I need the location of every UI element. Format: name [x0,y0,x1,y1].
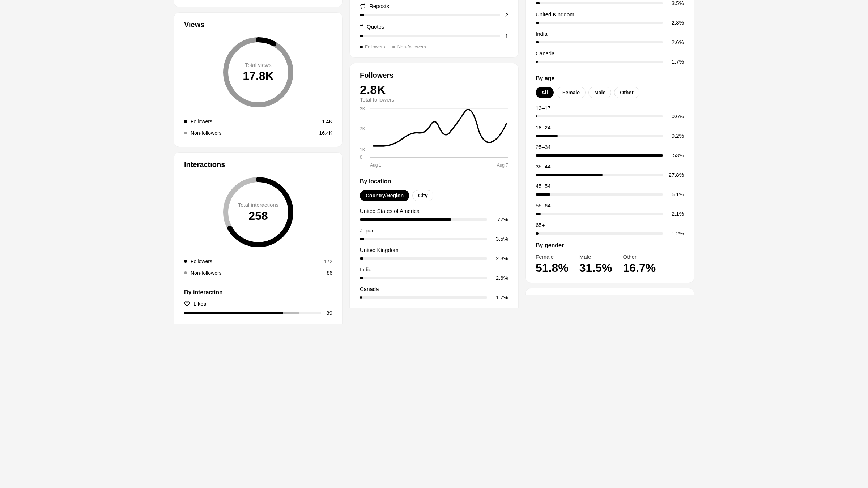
views-followers-value: 1.4K [322,119,332,124]
bar-row: United Kingdom 2.8% [536,11,684,26]
bar-track [536,41,663,43]
bar-track [536,193,663,196]
bar-track [360,218,487,221]
bar-track [536,22,663,24]
followers-total-label: Total followers [360,97,508,103]
bar-track [536,135,663,137]
ytick: 2K [360,127,365,132]
bar-pct: 72% [492,216,508,222]
quotes-value: 1 [505,33,508,39]
ytick: 0 [360,155,362,160]
dot-icon [360,46,363,48]
bar-track [536,154,663,157]
bar-row: 18–24 9.2% [536,124,684,139]
interactions-nonfollowers-row: Non-followers 86 [184,267,332,279]
tab-age-male[interactable]: Male [588,87,611,98]
followers-line-chart: 3K 2K 1K 0 Aug 1 Aug 7 [360,106,508,168]
gender-col: Male 31.5% [579,254,612,275]
bar-row: Japan 3.5% [360,227,508,242]
bar-label: Canada [360,286,508,292]
views-donut: Total views 17.8K [222,36,294,108]
interactions-nonfollowers-value: 86 [327,270,332,276]
bar-track [536,61,663,63]
interactions-card: Interactions Total interactions 258 Foll… [174,152,343,324]
bar-track [536,2,663,4]
quote-icon: ❝ [360,23,363,30]
bar-track [536,174,663,176]
interactions-donut: Total interactions 258 [222,176,294,248]
bar-label: 65+ [536,222,684,228]
tab-age-female[interactable]: Female [557,87,586,98]
views-center-label: Total views [245,62,271,68]
legend-followers: Followers [365,44,385,50]
legend-nonfollowers: Non-followers [397,44,426,50]
views-card: Views Total views 17.8K Followers 1.4K [174,12,343,147]
bar-row: 65+ 1.2% [536,222,684,236]
likes-value: 89 [326,310,332,316]
views-title: Views [184,21,332,29]
bar-pct: 1.2% [668,230,684,236]
bar-track [360,238,487,240]
repost-icon [360,3,366,9]
bar-pct: 2.8% [668,20,684,26]
interactions-followers-label: Followers [191,258,212,264]
bar-label: Japan [360,227,508,234]
xlabel-end: Aug 7 [497,163,508,168]
bar-track [360,277,487,279]
tab-age-all[interactable]: All [536,87,554,98]
bar-label: 25–34 [536,144,684,150]
engagement-legend: Followers Non-followers [360,44,508,50]
bar-pct: 53% [668,152,684,158]
reposts-row: Reposts [360,3,508,9]
bar-row: India 2.6% [360,266,508,281]
bar-pct: 27.8% [668,172,684,178]
views-nonfollowers-value: 16.4K [319,130,332,136]
bar-label: United Kingdom [536,11,684,17]
bar-pct: 2.6% [492,275,508,281]
followers-title: Followers [360,71,508,80]
heart-icon [184,301,190,307]
gender-value: 31.5% [579,261,612,275]
bar-label: India [536,31,684,37]
bar-row: 55–64 2.1% [536,202,684,217]
tab-country[interactable]: Country/Region [360,190,409,201]
views-nonfollowers-label: Non-followers [191,130,222,136]
bar-row: 35–44 27.8% [536,163,684,178]
demographics-card: 3.5% United Kingdom 2.8% India 2.6% Cana… [525,0,694,283]
bar-label: India [360,266,508,273]
bar-label: 45–54 [536,183,684,189]
ytick: 3K [360,106,365,111]
bar-track [536,213,663,215]
bar-pct: 2.8% [492,255,508,261]
bar-pct: 1.7% [668,59,684,65]
by-gender-title: By gender [536,242,684,249]
views-center-value: 17.8K [243,69,273,83]
bar-label: United Kingdom [360,247,508,253]
tab-city[interactable]: City [412,190,433,201]
likes-row: Likes [184,301,332,307]
bar-label: 55–64 [536,202,684,209]
interactions-center-label: Total interactions [238,202,279,208]
next-card-edge [525,288,694,295]
previous-card-edge [174,0,343,7]
bar-label: United States of America [360,208,508,214]
ytick: 1K [360,147,365,152]
bar-row: Canada 1.7% [536,50,684,65]
followers-total-value: 2.8K [360,83,508,97]
dot-icon [184,120,187,123]
likes-label: Likes [193,301,206,307]
engagement-tail-card: Reposts 2 ❝ Quotes 1 Followers Non-follo… [349,0,519,58]
views-followers-label: Followers [191,119,212,124]
views-nonfollowers-row: Non-followers 16.4K [184,127,332,139]
tab-age-other[interactable]: Other [614,87,639,98]
bar-track [360,257,487,260]
gender-label: Male [579,254,612,260]
bar-row: 13–17 0.6% [536,105,684,119]
bar-track [536,232,663,235]
bar-track [360,296,487,299]
bar-track [536,115,663,117]
interactions-followers-row: Followers 172 [184,256,332,267]
by-location-title: By location [360,178,508,185]
bar-pct: 1.7% [492,294,508,300]
views-followers-row: Followers 1.4K [184,116,332,127]
